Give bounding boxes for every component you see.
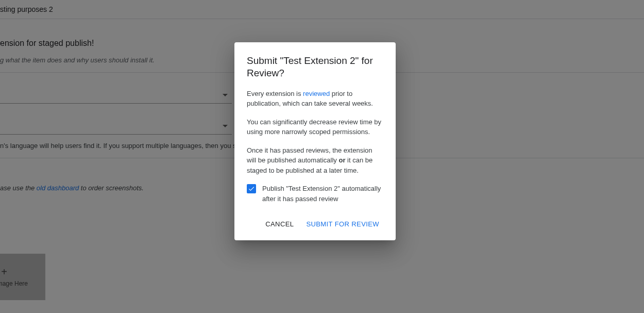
- auto-publish-checkbox[interactable]: [247, 184, 256, 193]
- dialog-paragraph-2: You can significantly decrease review ti…: [247, 117, 383, 137]
- dialog-title: Submit "Test Extension 2" for Review?: [247, 55, 383, 79]
- auto-publish-label: Publish "Test Extension 2" automatically…: [262, 184, 383, 204]
- submit-for-review-button[interactable]: Submit for Review: [302, 216, 383, 232]
- cancel-button[interactable]: Cancel: [261, 216, 298, 232]
- dialog-actions: Cancel Submit for Review: [247, 212, 383, 236]
- reviewed-link[interactable]: reviewed: [303, 90, 330, 97]
- check-icon: [248, 185, 255, 192]
- dialog-paragraph-1: Every extension is reviewed prior to pub…: [247, 89, 383, 109]
- dialog-paragraph-3: Once it has passed reviews, the extensio…: [247, 145, 383, 176]
- dialog-body: Every extension is reviewed prior to pub…: [247, 89, 383, 204]
- submit-review-dialog: Submit "Test Extension 2" for Review? Ev…: [234, 42, 396, 240]
